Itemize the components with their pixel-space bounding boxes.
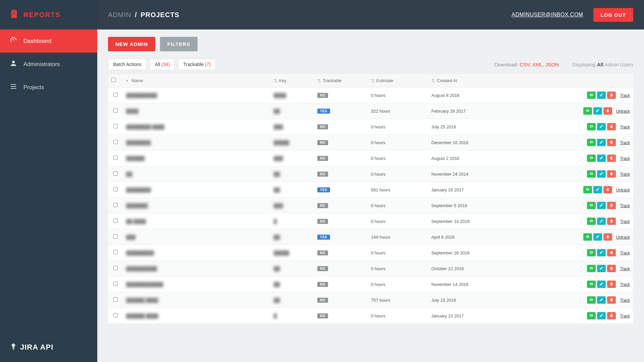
edit-button[interactable] xyxy=(597,312,606,319)
delete-button[interactable] xyxy=(603,186,612,193)
edit-button[interactable] xyxy=(597,249,606,256)
row-checkbox[interactable] xyxy=(113,250,118,254)
track-link[interactable]: Untrack xyxy=(616,188,630,192)
edit-button[interactable] xyxy=(597,281,606,288)
track-link[interactable]: Untrack xyxy=(616,235,630,240)
row-checkbox[interactable] xyxy=(113,124,118,128)
view-button[interactable] xyxy=(583,186,592,193)
track-link[interactable]: Untrack xyxy=(616,109,630,114)
new-admin-button[interactable]: NEW ADMIN xyxy=(108,37,155,51)
track-link[interactable]: Track xyxy=(620,251,630,255)
track-link[interactable]: Track xyxy=(620,314,630,318)
edit-button[interactable] xyxy=(597,139,606,146)
delete-button[interactable] xyxy=(607,202,616,209)
edit-button[interactable] xyxy=(597,170,606,178)
download-csv[interactable]: CSV xyxy=(520,62,529,67)
header-trackable[interactable]: ⇅Trackable xyxy=(314,74,368,87)
header-estimate[interactable]: ⇅Estimate xyxy=(368,74,428,87)
view-button[interactable] xyxy=(583,233,592,241)
delete-button[interactable] xyxy=(607,281,616,288)
delete-button[interactable] xyxy=(603,233,612,241)
view-button[interactable] xyxy=(587,281,596,288)
view-button[interactable] xyxy=(587,155,596,162)
header-created-at[interactable]: ⇅Created At xyxy=(428,74,545,87)
delete-button[interactable] xyxy=(607,312,616,319)
edit-button[interactable] xyxy=(593,233,602,241)
row-checkbox[interactable] xyxy=(113,93,118,97)
row-checkbox[interactable] xyxy=(113,203,118,207)
view-button[interactable] xyxy=(587,296,596,304)
header-key[interactable]: ⇅Key xyxy=(270,74,314,87)
batch-actions-chip[interactable]: Batch Actions xyxy=(108,59,147,70)
filter-all-chip[interactable]: All (34) xyxy=(150,59,175,70)
view-button[interactable] xyxy=(587,170,596,178)
edit-button[interactable] xyxy=(597,218,606,225)
sidebar-item-dashboard[interactable]: Dashboard xyxy=(0,29,97,53)
track-link[interactable]: Track xyxy=(620,93,630,98)
row-checkbox[interactable] xyxy=(113,219,118,223)
download-json[interactable]: JSON xyxy=(545,62,559,67)
row-checkbox[interactable] xyxy=(113,187,118,191)
row-checkbox[interactable] xyxy=(113,156,118,160)
row-checkbox[interactable] xyxy=(113,171,118,176)
edit-button[interactable] xyxy=(597,296,606,304)
edit-button[interactable] xyxy=(597,123,606,130)
edit-button[interactable] xyxy=(593,186,602,193)
view-button[interactable] xyxy=(587,123,596,130)
edit-button[interactable] xyxy=(597,202,606,209)
view-button[interactable] xyxy=(587,265,596,272)
row-checkbox[interactable] xyxy=(113,234,118,239)
row-checkbox[interactable] xyxy=(113,266,118,270)
filters-button[interactable]: FILTERS xyxy=(160,37,198,51)
track-link[interactable]: Track xyxy=(620,219,630,224)
eye-icon xyxy=(586,235,590,240)
view-button[interactable] xyxy=(587,139,596,146)
filter-trackable-chip[interactable]: Trackable (7) xyxy=(178,59,216,70)
delete-button[interactable] xyxy=(607,265,616,272)
trash-icon xyxy=(609,172,613,177)
delete-button[interactable] xyxy=(607,170,616,178)
track-link[interactable]: Track xyxy=(620,125,630,129)
track-link[interactable]: Track xyxy=(620,282,630,287)
row-checkbox[interactable] xyxy=(113,140,118,144)
header-checkbox[interactable] xyxy=(108,74,123,87)
view-button[interactable] xyxy=(587,312,596,319)
download-xml[interactable]: XML xyxy=(532,62,543,67)
view-button[interactable] xyxy=(587,249,596,256)
select-all-checkbox[interactable] xyxy=(111,78,116,82)
edit-button[interactable] xyxy=(597,155,606,162)
row-checkbox[interactable] xyxy=(113,282,118,286)
trackable-badge: NO xyxy=(317,172,328,177)
user-email-link[interactable]: ADMINUSER@INBOX.COM xyxy=(512,12,583,18)
delete-button[interactable] xyxy=(607,123,616,130)
delete-button[interactable] xyxy=(607,92,616,99)
delete-button[interactable] xyxy=(607,155,616,162)
track-link[interactable]: Track xyxy=(620,298,630,303)
view-button[interactable] xyxy=(587,202,596,209)
logout-button[interactable]: LOG OUT xyxy=(593,8,633,22)
row-checkbox[interactable] xyxy=(113,108,118,113)
edit-button[interactable] xyxy=(597,265,606,272)
view-button[interactable] xyxy=(587,92,596,99)
sidebar-item-administrators[interactable]: Administrators xyxy=(0,53,97,76)
delete-button[interactable] xyxy=(607,296,616,304)
delete-button[interactable] xyxy=(607,139,616,146)
edit-button[interactable] xyxy=(597,92,606,99)
trackable-badge: NO xyxy=(317,140,328,145)
row-checkbox[interactable] xyxy=(113,313,118,317)
track-link[interactable]: Track xyxy=(620,266,630,271)
delete-button[interactable] xyxy=(603,107,612,115)
header-name[interactable]: ▾Name xyxy=(123,74,270,87)
cell-estimate: 149 hours xyxy=(368,229,428,245)
row-checkbox[interactable] xyxy=(113,297,118,302)
view-button[interactable] xyxy=(587,218,596,225)
track-link[interactable]: Track xyxy=(620,140,630,145)
sidebar-item-projects[interactable]: Projects xyxy=(0,76,97,99)
track-link[interactable]: Track xyxy=(620,156,630,161)
delete-button[interactable] xyxy=(607,218,616,225)
delete-button[interactable] xyxy=(607,249,616,256)
track-link[interactable]: Track xyxy=(620,172,630,177)
view-button[interactable] xyxy=(583,107,592,115)
track-link[interactable]: Track xyxy=(620,203,630,208)
edit-button[interactable] xyxy=(593,107,602,115)
